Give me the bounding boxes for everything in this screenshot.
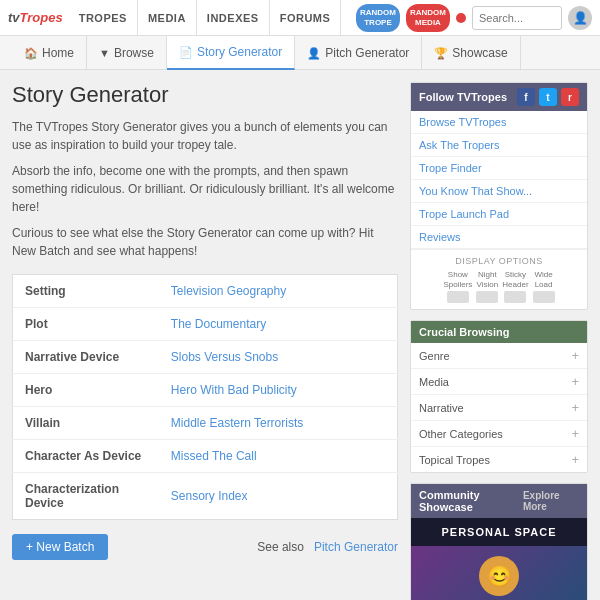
crucial-other[interactable]: Other Categories + xyxy=(411,421,587,447)
tab-browse[interactable]: ▼ Browse xyxy=(87,36,167,70)
sidebar-link-finder[interactable]: Trope Finder xyxy=(411,157,587,180)
table-row: Hero Hero With Bad Publicity xyxy=(13,374,398,407)
row-label: Narrative Device xyxy=(13,341,159,374)
sidebar-link-browse[interactable]: Browse TVTropes xyxy=(411,111,587,134)
option-sticky-label: StickyHeader xyxy=(502,270,528,289)
table-row: Setting Television Geography xyxy=(13,275,398,308)
table-row: Villain Middle Eastern Terrorists xyxy=(13,407,398,440)
row-label: Villain xyxy=(13,407,159,440)
random-media-button[interactable]: RANDOM MEDIA xyxy=(406,4,450,32)
reddit-icon[interactable]: r xyxy=(561,88,579,106)
search-input[interactable] xyxy=(472,6,562,30)
logo-tv: tv xyxy=(8,10,20,25)
table-row: Character As Device Missed The Call xyxy=(13,440,398,473)
showcase-text: PERSONAL SPACE xyxy=(441,526,556,538)
pitch-generator-link[interactable]: Pitch Generator xyxy=(314,540,398,554)
spoilers-toggle[interactable] xyxy=(447,291,469,303)
home-icon: 🏠 xyxy=(24,36,38,70)
nav-forums[interactable]: FORUMS xyxy=(270,0,342,36)
table-row: Narrative Device Slobs Versus Snobs xyxy=(13,341,398,374)
table-row: Plot The Documentary xyxy=(13,308,398,341)
option-night: NightVision xyxy=(476,270,498,303)
page-title: Story Generator xyxy=(12,82,398,108)
new-batch-label: + New Batch xyxy=(26,540,94,554)
top-nav: tvTropes TROPES MEDIA INDEXES FORUMS RAN… xyxy=(0,0,600,36)
row-label: Plot xyxy=(13,308,159,341)
option-sticky: StickyHeader xyxy=(502,270,528,303)
plus-icon: + xyxy=(571,452,579,467)
row-value[interactable]: Slobs Versus Snobs xyxy=(159,341,398,374)
crucial-header: Crucial Browsing xyxy=(411,321,587,343)
display-options: DISPLAY OPTIONS ShowSpoilers NightVision… xyxy=(411,249,587,309)
crucial-media[interactable]: Media + xyxy=(411,369,587,395)
plus-icon: + xyxy=(571,426,579,441)
option-wide-label: WideLoad xyxy=(534,270,552,289)
row-value[interactable]: Television Geography xyxy=(159,275,398,308)
nav-right: RANDOM TROPE RANDOM MEDIA 👤 xyxy=(356,4,592,32)
crucial-genre[interactable]: Genre + xyxy=(411,343,587,369)
new-batch-button[interactable]: + New Batch xyxy=(12,534,108,560)
ad-figure: 😊 xyxy=(479,556,519,596)
row-value[interactable]: Hero With Bad Publicity xyxy=(159,374,398,407)
option-spoilers: ShowSpoilers xyxy=(443,270,472,303)
sidebar-link-reviews[interactable]: Reviews xyxy=(411,226,587,249)
notification-dot xyxy=(456,13,466,23)
sidebar-link-launchpad[interactable]: Trope Launch Pad xyxy=(411,203,587,226)
twitter-icon[interactable]: t xyxy=(539,88,557,106)
sidebar-link-youknow[interactable]: You Know That Show... xyxy=(411,180,587,203)
site-logo[interactable]: tvTropes xyxy=(8,10,63,25)
sub-nav: 🏠 Home ▼ Browse 📄 Story Generator 👤 Pitc… xyxy=(0,36,600,70)
option-spoilers-label: ShowSpoilers xyxy=(443,270,472,289)
row-label: Characterization Device xyxy=(13,473,159,520)
facebook-icon[interactable]: f xyxy=(517,88,535,106)
row-value[interactable]: The Documentary xyxy=(159,308,398,341)
community-header: Community Showcase Explore More xyxy=(411,484,587,518)
follow-header: Follow TVTropes f t r xyxy=(411,83,587,111)
random-trope-button[interactable]: RANDOM TROPE xyxy=(356,4,400,32)
table-row: Characterization Device Sensory Index xyxy=(13,473,398,520)
community-section: Community Showcase Explore More PERSONAL… xyxy=(410,483,588,600)
tab-pitch-generator[interactable]: 👤 Pitch Generator xyxy=(295,36,422,70)
explore-more-link[interactable]: Explore More xyxy=(523,490,579,512)
generator-table: Setting Television Geography Plot The Do… xyxy=(12,274,398,520)
tab-showcase[interactable]: 🏆 Showcase xyxy=(422,36,520,70)
document-icon: 📄 xyxy=(179,35,193,69)
row-value[interactable]: Missed The Call xyxy=(159,440,398,473)
ad-banner[interactable]: 😊 Get matched to entertainment fans char… xyxy=(411,546,587,600)
row-value[interactable]: Sensory Index xyxy=(159,473,398,520)
plus-icon: + xyxy=(571,348,579,363)
description-3: Curious to see what else the Story Gener… xyxy=(12,224,398,260)
follow-title: Follow TVTropes xyxy=(419,91,507,103)
option-night-label: NightVision xyxy=(477,270,499,289)
nav-indexes[interactable]: INDEXES xyxy=(197,0,270,36)
option-wide: WideLoad xyxy=(533,270,555,303)
crucial-title: Crucial Browsing xyxy=(419,326,509,338)
community-title: Community Showcase xyxy=(419,489,523,513)
row-label: Hero xyxy=(13,374,159,407)
description-1: The TVTropes Story Generator gives you a… xyxy=(12,118,398,154)
social-icons: f t r xyxy=(517,88,579,106)
crucial-narrative[interactable]: Narrative + xyxy=(411,395,587,421)
showcase-banner: PERSONAL SPACE xyxy=(411,518,587,546)
trophy-icon: 🏆 xyxy=(434,36,448,70)
nav-links: TROPES MEDIA INDEXES FORUMS xyxy=(69,0,342,36)
nav-tropes[interactable]: TROPES xyxy=(69,0,138,36)
user-avatar[interactable]: 👤 xyxy=(568,6,592,30)
follow-section: Follow TVTropes f t r Browse TVTropes As… xyxy=(410,82,588,310)
right-sidebar: Follow TVTropes f t r Browse TVTropes As… xyxy=(410,82,588,600)
sidebar-link-ask[interactable]: Ask The Tropers xyxy=(411,134,587,157)
sticky-toggle[interactable] xyxy=(504,291,526,303)
options-row: ShowSpoilers NightVision StickyHeader Wi… xyxy=(419,270,579,303)
tab-home[interactable]: 🏠 Home xyxy=(12,36,87,70)
nav-media[interactable]: MEDIA xyxy=(138,0,197,36)
plus-icon: + xyxy=(571,400,579,415)
row-value[interactable]: Middle Eastern Terrorists xyxy=(159,407,398,440)
tab-story-generator[interactable]: 📄 Story Generator xyxy=(167,36,295,70)
night-toggle[interactable] xyxy=(476,291,498,303)
main-content: Story Generator The TVTropes Story Gener… xyxy=(0,70,600,600)
plus-icon: + xyxy=(571,374,579,389)
crucial-topical[interactable]: Topical Tropes + xyxy=(411,447,587,472)
wide-toggle[interactable] xyxy=(533,291,555,303)
logo-tropes: Tropes xyxy=(20,10,63,25)
row-label: Character As Device xyxy=(13,440,159,473)
